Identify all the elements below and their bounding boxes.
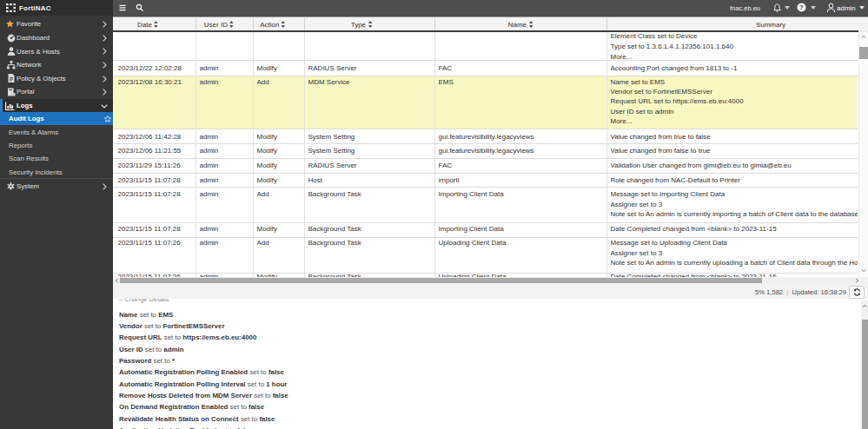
svg-text:?: ? — [799, 3, 804, 11]
